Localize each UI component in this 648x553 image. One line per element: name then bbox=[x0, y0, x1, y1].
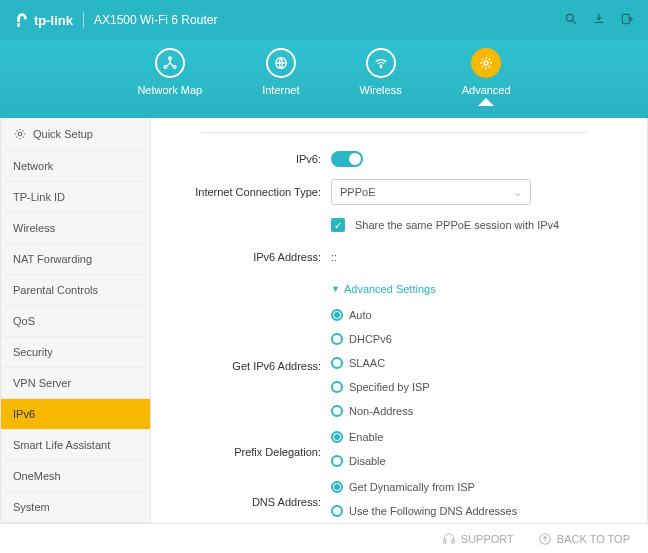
get-addr-option-dhcpv6[interactable]: DHCPv6 bbox=[331, 333, 627, 345]
sidebar-item-quick-setup[interactable]: Quick Setup bbox=[1, 118, 150, 151]
sidebar-item-label: OneMesh bbox=[13, 470, 61, 482]
brand-text: tp-link bbox=[34, 13, 73, 28]
back-to-top-label: BACK TO TOP bbox=[557, 533, 630, 545]
nav-label: Advanced bbox=[462, 84, 511, 96]
dns-option-static[interactable]: Use the Following DNS Addresses bbox=[331, 505, 627, 517]
sidebar-item-system[interactable]: System bbox=[1, 492, 150, 523]
led-icon[interactable] bbox=[592, 12, 606, 29]
triangle-down-icon: ▼ bbox=[331, 284, 340, 294]
network-map-icon bbox=[155, 48, 185, 78]
sidebar-item-qos[interactable]: QoS bbox=[1, 306, 150, 337]
content-panel: IPv6: Internet Connection Type: PPPoE ⌄ … bbox=[151, 118, 647, 523]
nav-label: Internet bbox=[262, 84, 299, 96]
sidebar-item-label: IPv6 bbox=[13, 408, 35, 420]
advanced-icon bbox=[471, 48, 501, 78]
sidebar-item-label: Quick Setup bbox=[33, 128, 93, 140]
adv-settings-label: Advanced Settings bbox=[344, 283, 436, 295]
nav-advanced[interactable]: Advanced bbox=[462, 48, 511, 96]
ipv6-label: IPv6: bbox=[161, 153, 331, 165]
chevron-down-icon: ⌄ bbox=[513, 186, 522, 199]
sidebar-item-label: NAT Forwarding bbox=[13, 253, 92, 265]
sidebar: Quick Setup Network TP-Link ID Wireless … bbox=[1, 118, 151, 523]
footer: SUPPORT BACK TO TOP bbox=[0, 523, 648, 553]
share-pppoe-label: Share the same PPPoE session with IPv4 bbox=[355, 219, 559, 231]
svg-rect-2 bbox=[595, 21, 603, 22]
svg-point-5 bbox=[164, 66, 167, 69]
main-nav: Network Map Internet Wireless Advanced bbox=[0, 40, 648, 118]
back-to-top-link[interactable]: BACK TO TOP bbox=[538, 532, 630, 546]
nav-wireless[interactable]: Wireless bbox=[360, 48, 402, 96]
sidebar-item-tplink-id[interactable]: TP-Link ID bbox=[1, 182, 150, 213]
sidebar-item-label: Security bbox=[13, 346, 53, 358]
sidebar-item-label: Network bbox=[13, 160, 53, 172]
sidebar-item-label: Smart Life Assistant bbox=[13, 439, 110, 451]
prefix-option-disable[interactable]: Disable bbox=[331, 455, 627, 467]
svg-point-6 bbox=[173, 66, 176, 69]
main-area: Quick Setup Network TP-Link ID Wireless … bbox=[0, 118, 648, 523]
sidebar-item-nat[interactable]: NAT Forwarding bbox=[1, 244, 150, 275]
top-rule bbox=[201, 132, 587, 133]
gear-icon bbox=[13, 127, 27, 141]
sidebar-item-onemesh[interactable]: OneMesh bbox=[1, 461, 150, 492]
nav-label: Network Map bbox=[137, 84, 202, 96]
advanced-settings-link[interactable]: ▼ Advanced Settings bbox=[331, 283, 436, 295]
get-addr-option-isp[interactable]: Specified by ISP bbox=[331, 381, 627, 393]
ipv6-toggle[interactable] bbox=[331, 151, 363, 167]
product-name: AX1500 Wi-Fi 6 Router bbox=[94, 13, 217, 27]
svg-point-0 bbox=[566, 14, 573, 21]
get-addr-option-slaac[interactable]: SLAAC bbox=[331, 357, 627, 369]
svg-point-8 bbox=[380, 66, 381, 67]
sidebar-item-parental[interactable]: Parental Controls bbox=[1, 275, 150, 306]
headset-icon bbox=[442, 532, 456, 546]
conn-type-select[interactable]: PPPoE ⌄ bbox=[331, 179, 531, 205]
svg-point-4 bbox=[168, 57, 171, 60]
ipv6-addr-value: :: bbox=[331, 251, 337, 263]
brand-logo: tp-link bbox=[14, 12, 73, 28]
top-bar: tp-link AX1500 Wi-Fi 6 Router bbox=[0, 0, 648, 40]
logout-icon[interactable] bbox=[620, 12, 634, 29]
arrow-up-icon bbox=[538, 532, 552, 546]
nav-label: Wireless bbox=[360, 84, 402, 96]
sidebar-item-label: Parental Controls bbox=[13, 284, 98, 296]
conn-type-value: PPPoE bbox=[340, 186, 375, 198]
svg-rect-12 bbox=[452, 539, 454, 543]
share-pppoe-checkbox[interactable]: ✓ bbox=[331, 218, 345, 232]
search-icon[interactable] bbox=[564, 12, 578, 29]
dns-label: DNS Address: bbox=[161, 496, 331, 508]
get-addr-label: Get IPv6 Address: bbox=[161, 360, 331, 372]
dns-option-dynamic[interactable]: Get Dynamically from ISP bbox=[331, 481, 627, 493]
sidebar-item-ipv6[interactable]: IPv6 bbox=[1, 399, 150, 430]
support-label: SUPPORT bbox=[461, 533, 514, 545]
ipv6-addr-label: IPv6 Address: bbox=[161, 251, 331, 263]
internet-icon bbox=[266, 48, 296, 78]
sidebar-item-security[interactable]: Security bbox=[1, 337, 150, 368]
wireless-icon bbox=[366, 48, 396, 78]
sidebar-item-label: TP-Link ID bbox=[13, 191, 65, 203]
svg-rect-11 bbox=[444, 539, 446, 543]
divider bbox=[83, 12, 84, 28]
nav-network-map[interactable]: Network Map bbox=[137, 48, 202, 96]
tplink-icon bbox=[14, 12, 30, 28]
sidebar-item-smartlife[interactable]: Smart Life Assistant bbox=[1, 430, 150, 461]
svg-line-1 bbox=[573, 20, 576, 23]
conn-type-label: Internet Connection Type: bbox=[161, 186, 331, 198]
sidebar-item-label: System bbox=[13, 501, 50, 513]
nav-internet[interactable]: Internet bbox=[262, 48, 299, 96]
sidebar-item-wireless[interactable]: Wireless bbox=[1, 213, 150, 244]
support-link[interactable]: SUPPORT bbox=[442, 532, 514, 546]
svg-point-10 bbox=[18, 132, 22, 136]
prefix-label: Prefix Delegation: bbox=[161, 446, 331, 458]
get-addr-option-auto[interactable]: Auto bbox=[331, 309, 627, 321]
get-addr-option-non[interactable]: Non-Address bbox=[331, 405, 627, 417]
sidebar-item-label: VPN Server bbox=[13, 377, 71, 389]
sidebar-item-label: Wireless bbox=[13, 222, 55, 234]
svg-point-9 bbox=[484, 61, 488, 65]
sidebar-item-network[interactable]: Network bbox=[1, 151, 150, 182]
sidebar-item-vpn[interactable]: VPN Server bbox=[1, 368, 150, 399]
prefix-option-enable[interactable]: Enable bbox=[331, 431, 627, 443]
sidebar-item-label: QoS bbox=[13, 315, 35, 327]
